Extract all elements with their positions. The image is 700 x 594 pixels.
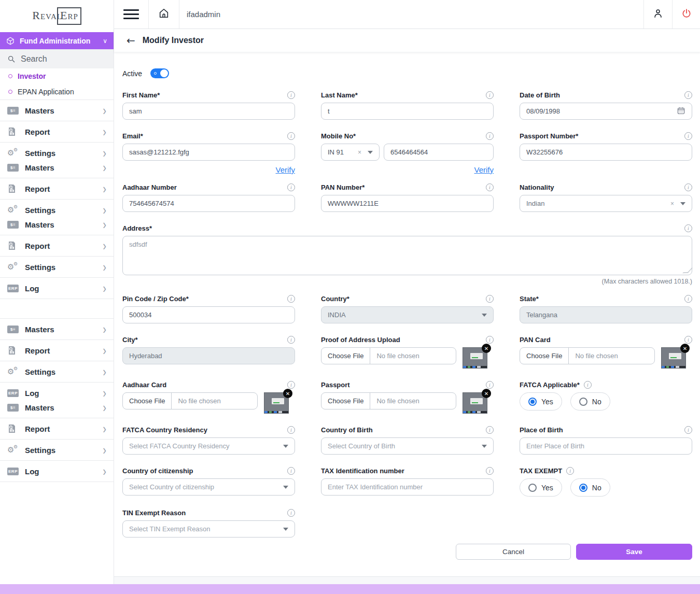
sidebar-item-report[interactable]: Report› [0, 343, 114, 358]
email-verify-link[interactable]: Verify [275, 165, 295, 174]
info-icon[interactable]: i [287, 381, 295, 389]
country-code-select[interactable]: IN 91 × [321, 144, 380, 161]
home-button[interactable] [149, 0, 179, 29]
save-button[interactable]: Save [576, 544, 692, 560]
pan-number-input[interactable]: WWWWW1211E [321, 195, 494, 212]
cancel-button[interactable]: Cancel [456, 544, 571, 560]
info-icon[interactable]: i [684, 91, 692, 99]
email-input[interactable]: sasas@121212.fgfg [122, 144, 295, 161]
sidebar-search[interactable]: Search [0, 49, 114, 68]
dob-input[interactable]: 08/09/1998 [520, 103, 692, 120]
info-icon[interactable]: i [684, 132, 692, 140]
info-icon[interactable]: i [684, 183, 692, 191]
aadhaar-card-thumbnail[interactable]: ✕ [264, 392, 289, 414]
back-arrow-icon[interactable]: ← [127, 35, 135, 46]
last-name-input[interactable]: t [321, 103, 494, 120]
sidebar-item-report[interactable]: Report› [0, 238, 114, 253]
info-icon[interactable]: i [486, 467, 494, 475]
sidebar-item-settings[interactable]: ⚙⚙Settings› [0, 443, 114, 457]
sidebar-item-report[interactable]: Report› [0, 124, 114, 139]
sidebar-item-settings[interactable]: ⚙⚙Settings› [0, 260, 114, 274]
menu-toggle-button[interactable] [114, 0, 149, 29]
aadhaar-number-input[interactable]: 754645674574 [122, 195, 295, 212]
tax-exempt-yes-radio[interactable]: Yes [520, 478, 562, 497]
remove-file-icon[interactable]: ✕ [482, 344, 491, 353]
info-icon[interactable]: i [486, 426, 494, 434]
sidebar-item-report[interactable]: Report› [0, 421, 114, 436]
info-icon[interactable]: i [486, 295, 494, 303]
state-input[interactable]: Telangana [520, 306, 692, 323]
aadhaar-card-file-input[interactable]: Choose File No file chosen [122, 392, 258, 409]
sidebar-item-log[interactable]: ERPLog› [0, 386, 114, 400]
remove-file-icon[interactable]: ✕ [482, 389, 491, 398]
info-icon[interactable]: i [684, 295, 692, 303]
fatca-no-radio[interactable]: No [570, 392, 610, 411]
remove-file-icon[interactable]: ✕ [283, 389, 292, 398]
choose-file-button[interactable]: Choose File [123, 393, 172, 409]
info-icon[interactable]: i [684, 426, 692, 434]
active-toggle[interactable] [150, 68, 169, 78]
sidebar-item-epan-application[interactable]: EPAN Application [0, 84, 114, 100]
address-textarea[interactable]: sdfsdf [122, 236, 692, 275]
info-icon[interactable]: i [486, 336, 494, 344]
sidebar-item-masters[interactable]: $≡Masters› [0, 400, 114, 415]
info-icon[interactable]: i [287, 183, 295, 191]
pincode-input[interactable]: 500034 [122, 306, 295, 323]
pan-card-file-input[interactable]: Choose File No file chosen [520, 347, 655, 364]
sidebar-item-masters[interactable]: $≡Masters› [0, 160, 114, 175]
profile-button[interactable] [643, 0, 672, 29]
info-icon[interactable]: i [287, 91, 295, 99]
info-icon[interactable]: i [287, 132, 295, 140]
sidebar-item-masters[interactable]: $≡Masters› [0, 103, 114, 118]
info-icon[interactable]: i [684, 224, 692, 232]
logout-button[interactable] [672, 0, 700, 29]
info-icon[interactable]: i [486, 381, 494, 389]
tax-exempt-no-radio[interactable]: No [570, 478, 610, 497]
info-icon[interactable]: i [684, 336, 692, 344]
sidebar-module-header[interactable]: Fund Administration ∨ [0, 32, 114, 49]
citizenship-select[interactable]: Select Country of citizenship [122, 478, 295, 496]
info-icon[interactable]: i [486, 183, 494, 191]
info-icon[interactable]: i [287, 509, 295, 517]
info-icon[interactable]: i [287, 426, 295, 434]
info-icon[interactable]: i [566, 467, 574, 475]
proof-of-address-thumbnail[interactable]: ✕ [463, 347, 487, 369]
passport-thumbnail[interactable]: ✕ [463, 392, 487, 414]
sidebar-item-log[interactable]: ERPLog› [0, 464, 114, 478]
passport-number-input[interactable]: W32255676 [520, 144, 692, 161]
remove-file-icon[interactable]: ✕ [680, 344, 690, 353]
fatca-country-select[interactable]: Select FATCA Country Residency [122, 437, 295, 455]
country-select[interactable]: INDIA [321, 306, 494, 323]
info-icon[interactable]: i [287, 467, 295, 475]
sidebar-item-masters[interactable]: $≡Masters› [0, 322, 114, 336]
info-icon[interactable]: i [287, 295, 295, 303]
country-of-birth-select[interactable]: Select Country of Birth [321, 437, 494, 455]
passport-file-input[interactable]: Choose File No file chosen [321, 392, 456, 409]
clear-icon[interactable]: × [670, 200, 680, 207]
sidebar-item-log[interactable]: ERPLog› [0, 281, 114, 295]
info-icon[interactable]: i [486, 132, 494, 140]
info-icon[interactable]: i [486, 91, 494, 99]
mobile-number-input[interactable]: 6546464564 [384, 144, 494, 161]
pan-card-thumbnail[interactable]: ✕ [661, 347, 686, 369]
sidebar-item-masters[interactable]: $≡Masters› [0, 217, 114, 232]
nationality-select[interactable]: Indian × [520, 195, 692, 212]
choose-file-button[interactable]: Choose File [321, 348, 370, 364]
fatca-yes-radio[interactable]: Yes [520, 392, 562, 411]
info-icon[interactable]: i [584, 381, 592, 389]
calendar-icon[interactable] [677, 106, 685, 117]
clear-icon[interactable]: × [358, 149, 368, 156]
tin-exempt-select[interactable]: Select TIN Exempt Reason [122, 520, 295, 538]
choose-file-button[interactable]: Choose File [321, 393, 370, 409]
mobile-verify-link[interactable]: Verify [474, 165, 494, 174]
sidebar-item-settings[interactable]: ⚙⚙Settings› [0, 146, 114, 160]
tax-id-input[interactable]: Enter TAX Identification number [321, 478, 494, 496]
place-of-birth-input[interactable]: Enter Place of Birth [520, 437, 692, 455]
sidebar-item-settings[interactable]: ⚙⚙Settings› [0, 203, 114, 217]
proof-of-address-file-input[interactable]: Choose File No file chosen [321, 347, 456, 364]
sidebar-item-investor[interactable]: Investor [0, 68, 114, 84]
choose-file-button[interactable]: Choose File [520, 348, 569, 364]
city-input[interactable]: Hyderabad [122, 347, 295, 364]
sidebar-item-settings[interactable]: ⚙⚙Settings› [0, 364, 114, 379]
info-icon[interactable]: i [287, 336, 295, 344]
